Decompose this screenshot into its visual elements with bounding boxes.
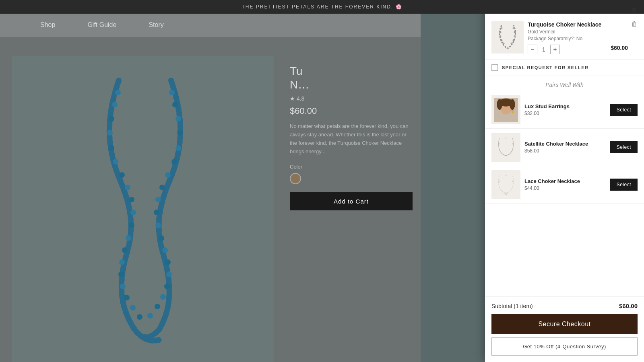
svg-point-10 bbox=[129, 222, 134, 228]
svg-point-24 bbox=[171, 159, 177, 165]
svg-point-35 bbox=[160, 294, 166, 300]
svg-point-7 bbox=[125, 185, 130, 190]
svg-point-11 bbox=[126, 235, 131, 241]
special-request-row: SPECIAL REQUEST FOR SELLER bbox=[485, 60, 644, 76]
cart-item-delete-button[interactable]: 🗑 bbox=[631, 21, 638, 28]
svg-point-31 bbox=[162, 247, 168, 253]
svg-point-20 bbox=[172, 102, 178, 107]
svg-point-53 bbox=[512, 111, 514, 113]
pairs-item-satellite: Satellite Choker Necklace $58.00 Select bbox=[485, 129, 644, 166]
pairs-item-price-lace: $44.00 bbox=[524, 185, 606, 191]
cart-item-image bbox=[491, 21, 524, 53]
cart-item-price: $60.00 bbox=[611, 45, 628, 51]
svg-point-59 bbox=[499, 143, 500, 144]
svg-point-62 bbox=[512, 149, 513, 150]
svg-point-17 bbox=[130, 305, 136, 311]
svg-point-37 bbox=[147, 313, 153, 319]
svg-point-45 bbox=[514, 35, 516, 37]
cart-panel: ✕ You're $15.00 away from FREE SHIPPING! bbox=[485, 0, 644, 362]
svg-point-56 bbox=[497, 99, 502, 110]
pairs-well-section: Pairs Well With bbox=[485, 76, 644, 296]
svg-point-5 bbox=[113, 159, 118, 165]
svg-point-40 bbox=[500, 35, 502, 37]
svg-point-3 bbox=[107, 130, 113, 136]
pairs-item-earrings: Lux Stud Earrings $32.00 Select bbox=[485, 91, 644, 129]
svg-point-23 bbox=[175, 145, 181, 151]
pairs-item-details-earrings: Lux Stud Earrings $32.00 bbox=[520, 103, 610, 116]
pairs-item-name-lace: Lace Choker Necklace bbox=[524, 178, 606, 184]
svg-point-63 bbox=[506, 155, 507, 156]
svg-point-66 bbox=[499, 181, 500, 182]
product-price: $60.00 bbox=[290, 106, 413, 116]
cart-close-button[interactable]: ✕ bbox=[630, 5, 638, 15]
nav-story[interactable]: Story bbox=[149, 21, 163, 29]
top-banner: THE PRETTIEST PETALS ARE THE FOREVER KIN… bbox=[0, 0, 644, 14]
svg-point-36 bbox=[155, 304, 160, 309]
svg-point-41 bbox=[501, 39, 503, 41]
navigation: Shop Gift Guide Story bbox=[0, 13, 421, 37]
svg-point-48 bbox=[507, 47, 509, 49]
pairs-item-image-lace bbox=[491, 170, 520, 199]
svg-point-28 bbox=[154, 210, 159, 215]
subtotal-label: Subtotal (1 item) bbox=[491, 303, 533, 309]
secure-checkout-button[interactable]: Secure Checkout bbox=[491, 314, 638, 334]
quantity-decrease-button[interactable]: − bbox=[528, 45, 537, 54]
product-description: No matter what petals are the forever ki… bbox=[290, 122, 413, 156]
quantity-increase-button[interactable]: + bbox=[550, 45, 560, 54]
pairs-select-button-lace[interactable]: Select bbox=[610, 179, 638, 191]
svg-point-16 bbox=[124, 295, 130, 300]
pairs-well-title: Pairs Well With bbox=[485, 76, 644, 91]
svg-point-26 bbox=[159, 185, 165, 190]
svg-point-46 bbox=[513, 39, 515, 41]
pairs-select-button-earrings[interactable]: Select bbox=[610, 104, 638, 116]
page-overlay: Shop Gift Guide Story bbox=[0, 0, 421, 362]
svg-point-25 bbox=[165, 172, 171, 178]
svg-point-55 bbox=[510, 99, 515, 110]
svg-point-69 bbox=[505, 193, 508, 195]
nav-gift-guide[interactable]: Gift Guide bbox=[87, 21, 116, 29]
svg-point-42 bbox=[503, 43, 505, 45]
pairs-select-button-satellite[interactable]: Select bbox=[610, 141, 638, 153]
svg-point-61 bbox=[512, 143, 513, 144]
svg-point-18 bbox=[137, 314, 142, 320]
cart-item-package: Package Separately?: No bbox=[528, 36, 634, 41]
svg-point-67 bbox=[512, 181, 513, 182]
cart-item: Turquoise Choker Necklace Gold Vermeil P… bbox=[485, 16, 644, 60]
svg-point-14 bbox=[118, 272, 124, 277]
add-to-cart-button[interactable]: Add to Cart bbox=[290, 192, 413, 210]
svg-point-30 bbox=[159, 235, 164, 241]
survey-button[interactable]: Get 10% Off (4-Question Survey) bbox=[491, 337, 638, 356]
svg-point-32 bbox=[165, 259, 171, 265]
svg-point-27 bbox=[155, 197, 161, 202]
color-swatch-gold[interactable] bbox=[290, 173, 301, 184]
subtotal-value: $60.00 bbox=[619, 302, 638, 309]
product-image-area bbox=[12, 56, 274, 362]
product-image bbox=[78, 72, 207, 346]
svg-point-4 bbox=[109, 145, 114, 151]
pairs-item-name-satellite: Satellite Choker Necklace bbox=[524, 141, 606, 147]
svg-point-33 bbox=[166, 272, 172, 277]
svg-point-65 bbox=[506, 175, 507, 176]
svg-point-21 bbox=[175, 116, 181, 121]
subtotal-row: Subtotal (1 item) $60.00 bbox=[491, 302, 638, 309]
svg-point-29 bbox=[155, 222, 161, 228]
banner-text: THE PRETTIEST PETALS ARE THE FOREVER KIN… bbox=[242, 4, 402, 10]
cart-item-name: Turquoise Choker Necklace bbox=[528, 21, 634, 28]
pairs-item-price-satellite: $58.00 bbox=[524, 148, 606, 154]
pairs-item-price-earrings: $32.00 bbox=[524, 111, 606, 116]
pairs-item-image-earrings bbox=[491, 95, 520, 124]
svg-point-12 bbox=[122, 247, 128, 253]
cart-item-thumbnail bbox=[495, 23, 520, 51]
cart-footer: Subtotal (1 item) $60.00 Secure Checkout… bbox=[485, 296, 644, 362]
svg-point-44 bbox=[514, 31, 516, 33]
svg-point-43 bbox=[513, 27, 515, 29]
svg-point-8 bbox=[129, 197, 134, 202]
nav-shop[interactable]: Shop bbox=[40, 21, 55, 29]
special-request-checkbox[interactable] bbox=[491, 64, 498, 71]
svg-point-47 bbox=[511, 43, 513, 45]
svg-point-60 bbox=[499, 149, 500, 150]
svg-point-38 bbox=[501, 27, 503, 29]
pairs-item-details-lace: Lace Choker Necklace $44.00 bbox=[520, 178, 610, 191]
svg-point-1 bbox=[112, 102, 118, 107]
svg-point-34 bbox=[164, 284, 170, 289]
